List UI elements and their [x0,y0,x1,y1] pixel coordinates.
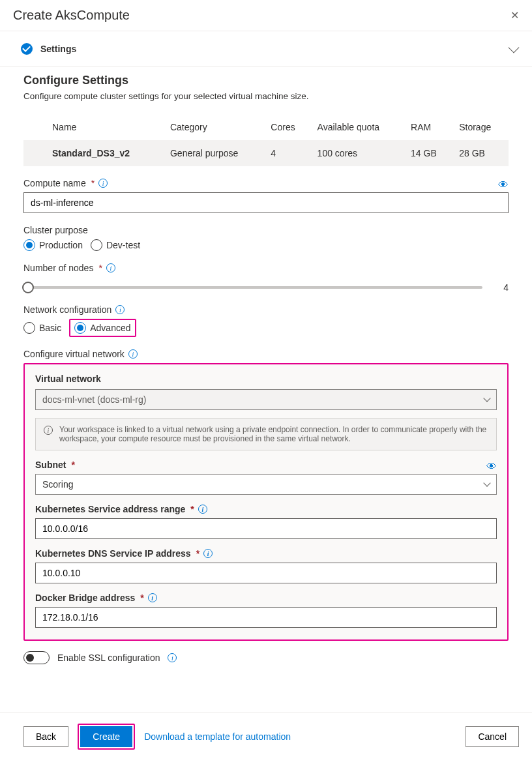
download-template-link[interactable]: Download a template for automation [144,731,291,742]
radio-production[interactable]: Production [23,239,83,251]
radio-label: Basic [39,323,61,333]
info-icon[interactable]: i [128,349,138,359]
col-name: Name [23,114,164,140]
chevron-down-icon [483,394,490,402]
table-row: Standard_DS3_v2 General purpose 4 100 co… [23,140,509,166]
slider-track[interactable] [23,286,482,289]
select-value: docs-ml-vnet (docs-ml-rg) [42,394,146,405]
info-icon[interactable]: i [168,653,177,662]
cell-name: Standard_DS3_v2 [23,140,164,166]
nodes-label: Number of nodes* i [23,263,509,273]
radio-icon [23,322,35,334]
cell-category: General purpose [164,140,264,166]
select-value: Scoring [42,479,73,490]
radio-devtest[interactable]: Dev-test [91,239,140,251]
cell-cores: 4 [264,140,310,166]
radio-basic[interactable]: Basic [23,322,61,334]
k8s-range-label: Kubernetes Service address range* i [35,504,497,514]
ssl-toggle[interactable] [23,651,50,664]
cell-storage: 28 GB [452,140,509,166]
radio-label: Production [39,240,83,250]
compute-name-label: Compute name* i [23,178,108,188]
dialog-header: Create AksCompute ✕ [0,0,532,31]
vm-size-table: Name Category Cores Available quota RAM … [23,114,509,166]
info-icon[interactable]: i [106,263,115,272]
chevron-down-icon [483,479,490,486]
k8s-dns-label: Kubernetes DNS Service IP address* i [35,548,497,559]
cluster-purpose-label: Cluster purpose [23,225,509,235]
info-icon: i [44,426,53,435]
virtual-network-select[interactable]: docs-ml-vnet (docs-ml-rg) [35,389,497,410]
subnet-select[interactable]: Scoring [35,474,497,495]
virtual-network-label: Virtual network [35,374,497,384]
banner-text: Your workspace is linked to a virtual ne… [59,425,488,443]
close-icon[interactable]: ✕ [510,9,519,22]
dialog-footer: Back Create Download a template for auto… [0,713,532,764]
settings-label: Settings [40,44,76,54]
vnet-info-banner: i Your workspace is linked to a virtual … [35,418,497,450]
radio-icon [23,239,35,251]
subnet-label: Subnet* [35,460,75,470]
radio-icon [91,239,102,251]
k8s-range-input[interactable] [35,518,497,539]
docker-bridge-label: Docker Bridge address* i [35,593,497,603]
nodes-value: 4 [498,282,509,293]
settings-content: Configure Settings Configure compute clu… [0,67,532,676]
vnet-config-box: Virtual network docs-ml-vnet (docs-ml-rg… [23,363,509,641]
col-ram: RAM [404,114,452,140]
check-circle-icon [21,43,33,55]
info-icon[interactable]: i [98,179,108,188]
create-button[interactable]: Create [80,726,132,747]
k8s-dns-input[interactable] [35,563,497,583]
eye-icon[interactable]: 👁 [486,461,497,473]
radio-label: Advanced [90,323,130,333]
col-cores: Cores [264,114,310,140]
section-title: Configure Settings [23,74,509,87]
col-storage: Storage [452,114,509,140]
slider-thumb[interactable] [22,282,34,293]
chevron-down-icon [509,42,520,53]
section-subtitle: Configure compute cluster settings for y… [23,91,509,101]
eye-icon[interactable]: 👁 [498,179,509,191]
radio-advanced[interactable]: Advanced [74,322,130,334]
settings-accordion-header[interactable]: Settings [0,31,532,67]
radio-label: Dev-test [106,240,140,250]
col-quota: Available quota [311,114,404,140]
info-icon[interactable]: i [148,593,157,602]
back-button[interactable]: Back [23,726,68,747]
col-category: Category [164,114,264,140]
radio-icon [74,322,86,334]
docker-bridge-input[interactable] [35,607,497,628]
nodes-slider[interactable]: 4 [23,282,509,293]
net-config-label: Network configuration i [23,304,509,315]
cell-ram: 14 GB [404,140,452,166]
compute-name-input[interactable] [23,192,509,213]
configure-vnet-label: Configure virtual network i [23,349,509,359]
info-icon[interactable]: i [115,305,125,314]
info-icon[interactable]: i [198,505,207,514]
dialog-title: Create AksCompute [13,8,130,23]
cell-quota: 100 cores [311,140,404,166]
cancel-button[interactable]: Cancel [466,726,519,747]
ssl-label: Enable SSL configuration [57,653,160,663]
info-icon[interactable]: i [203,549,213,558]
